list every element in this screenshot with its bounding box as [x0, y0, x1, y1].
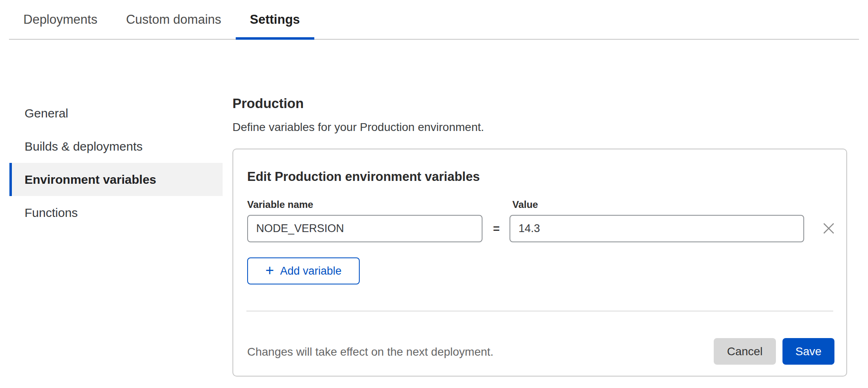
save-button[interactable]: Save	[782, 338, 834, 365]
main-section-header: Production Define variables for your Pro…	[232, 97, 847, 133]
equals-sign: =	[489, 215, 504, 242]
add-variable-button[interactable]: + Add variable	[247, 257, 360, 284]
remove-variable-button[interactable]	[821, 221, 836, 237]
edit-environment-variables-card: Edit Production environment variables Va…	[232, 149, 847, 377]
value-label: Value	[512, 199, 538, 210]
page-title: Production	[232, 97, 847, 111]
project-tab-bar: Deployments Custom domains Settings	[9, 0, 859, 40]
variable-value-input[interactable]	[510, 215, 804, 242]
card-title: Edit Production environment variables	[247, 170, 480, 184]
variable-name-label: Variable name	[247, 199, 313, 210]
add-variable-label: Add variable	[280, 265, 341, 277]
card-divider	[246, 311, 833, 311]
sidebar-item-environment-variables[interactable]: Environment variables	[9, 163, 223, 196]
environment-variables-settings-page: Deployments Custom domains Settings Gene…	[0, 0, 868, 388]
tab-settings[interactable]: Settings	[236, 0, 314, 39]
variable-name-input[interactable]	[247, 215, 482, 242]
footer-note: Changes will take effect on the next dep…	[247, 345, 494, 358]
sidebar-item-general[interactable]: General	[9, 97, 223, 130]
tab-deployments[interactable]: Deployments	[9, 0, 112, 39]
sidebar-item-functions[interactable]: Functions	[9, 196, 223, 229]
x-icon	[823, 222, 835, 236]
page-description: Define variables for your Production env…	[232, 121, 847, 133]
tab-custom-domains[interactable]: Custom domains	[112, 0, 236, 39]
settings-sidebar: General Builds & deployments Environment…	[9, 97, 223, 229]
plus-icon: +	[265, 263, 274, 278]
cancel-button[interactable]: Cancel	[714, 338, 776, 365]
sidebar-item-builds-deployments[interactable]: Builds & deployments	[9, 130, 223, 163]
